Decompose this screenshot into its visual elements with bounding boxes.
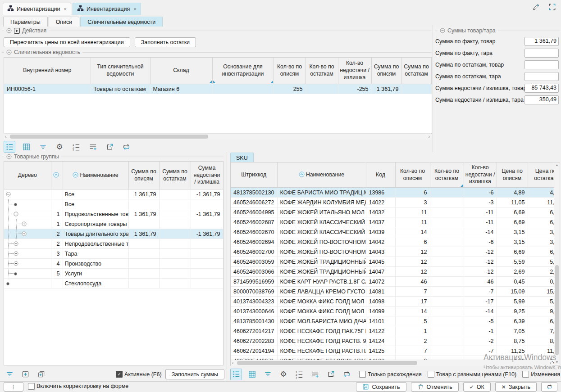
sku-row[interactable]: 4605246002694КОФЕ ЖОКЕЙ ПО-ВОСТОЧНОМУ М1…: [231, 237, 560, 247]
sku-row[interactable]: 4813785001430КОФЕ МОЛ.БАРИСТА МИО Д/ЧАШК…: [231, 316, 560, 326]
totals-field-input[interactable]: 85 743,43: [525, 84, 559, 93]
sku-row[interactable]: 8714599516959КОФЕ КАРТ НУАР РАСТВ.1.8Г C…: [231, 277, 560, 287]
close-tab-icon[interactable]: ×: [64, 6, 67, 12]
table-view-icon[interactable]: [246, 369, 258, 380]
sku-row[interactable]: 4606272014194КОФЕ НЕСКАФЕ ГОЛД РАСТВ.ПАК…: [231, 346, 560, 356]
sku-row[interactable]: 4605246003066КОФЕ ЖОКЕЙ ТРАДИЦИОННЫЙ МО1…: [231, 267, 560, 277]
tree-leaf-icon[interactable]: [6, 281, 10, 287]
statement-hscrollbar[interactable]: ‹ ›: [4, 133, 431, 140]
column-header[interactable]: Наименование: [63, 162, 128, 189]
numbered-list-icon[interactable]: 123: [293, 369, 305, 380]
sku-row[interactable]: 8000070038769КОФЕ ЛАВАЦЦА КРЕМО ГУСТО МО…: [231, 287, 560, 297]
sku-filter-checkbox-2[interactable]: Изменения: [522, 371, 560, 378]
fill-sums-button[interactable]: Заполнить суммы: [165, 369, 224, 379]
settings-icon[interactable]: ⚙: [278, 369, 289, 380]
group-row[interactable]: 1 Продовольственные товары 1 361,79 -1 3…: [4, 209, 223, 219]
column-header[interactable]: Сумма по описям: [128, 162, 159, 189]
sku-row[interactable]: 4813785002130КОФЕ БАРИСТА МИО ТРАДИЦ.МОЛ…: [231, 188, 560, 198]
group-row[interactable]: 1 Скоропортящие товары: [4, 219, 223, 229]
column-header[interactable]: Кол-во недостачи / излишка: [338, 58, 371, 84]
column-header[interactable]: Кол-во недостачи / излишка: [464, 162, 497, 188]
sku-hscrollbar[interactable]: ‹ ›: [231, 360, 552, 366]
column-header[interactable]: Штрихкод: [231, 162, 277, 188]
reload-icon[interactable]: [341, 369, 352, 380]
column-header[interactable]: Сумма по остаткам: [159, 162, 191, 189]
open-external-icon[interactable]: [104, 141, 115, 153]
sku-row[interactable]: 4013743004323КОФЕ МОККА ФИКС ГОЛД МОЛ 25…: [231, 297, 560, 306]
action-button[interactable]: Заполнить остатки: [135, 37, 196, 47]
column-header[interactable]: Основание для инвентаризации: [212, 58, 274, 84]
open-external-icon[interactable]: [325, 369, 337, 380]
group-row[interactable]: Стеклопосуда: [4, 279, 223, 288]
trash-button[interactable]: Отменить: [411, 382, 459, 392]
column-header[interactable]: Кол-во по описям: [395, 162, 430, 188]
settings-icon[interactable]: ⚙: [54, 141, 65, 153]
tree-leaf-icon[interactable]: [14, 271, 18, 277]
group-row[interactable]: 5 Услуги: [4, 269, 223, 279]
close-button[interactable]: ✕ Закрыть: [495, 382, 537, 392]
column-header[interactable]: Наименование: [277, 162, 366, 188]
sku-filter-checkbox-0[interactable]: Только расхождения: [359, 371, 422, 378]
tree-leaf-icon[interactable]: [14, 202, 18, 208]
check-button[interactable]: ✓ ОК: [463, 382, 491, 392]
sku-row[interactable]: 4605246003059КОФЕ ЖОКЕЙ ТРАДИЦИОННЫЙ МО1…: [231, 257, 560, 267]
list-view-icon[interactable]: [230, 369, 242, 380]
panel-splitter[interactable]: [433, 25, 433, 152]
action-button[interactable]: Пересчитать цены по всей инвентаризации: [4, 37, 130, 47]
column-header[interactable]: Внутренний номер: [4, 58, 91, 84]
sku-row[interactable]: 4605246002700КОФЕ ЖОКЕЙ ПО-ВОСТОЧНОМУ М1…: [231, 247, 560, 257]
group-row[interactable]: 4 Производство: [4, 259, 223, 269]
sku-row[interactable]: 4606272014217КОФЕ НЕСКАФЕ ГОЛД ПАК.75Г Р…: [231, 326, 560, 336]
sku-row[interactable]: 4605246006272КОФЕ ЖАРДИН КОЛУМБИЯ МЕДЕЛ.…: [231, 198, 560, 207]
column-header[interactable]: Код: [366, 162, 395, 188]
add-group-icon[interactable]: [35, 369, 47, 380]
group-row[interactable]: Все: [4, 199, 223, 209]
statement-row[interactable]: ИН00056-1Товары по остаткамМагазин 6255-…: [4, 84, 431, 94]
totals-field-input[interactable]: [525, 60, 559, 69]
sku-vscrollbar[interactable]: ▲ ▼: [554, 162, 560, 365]
tree-expand-icon[interactable]: [14, 241, 18, 248]
column-header[interactable]: [51, 162, 63, 189]
group-row[interactable]: 2 Товары длительного хранения 1 361,79 -…: [4, 229, 223, 239]
tree-expand-icon[interactable]: [22, 231, 27, 238]
column-header[interactable]: Кол-во по описям: [274, 58, 306, 84]
list-view-icon[interactable]: [4, 141, 15, 153]
column-header[interactable]: Склад: [150, 58, 212, 84]
enable-correction-checkbox[interactable]: Включить корректировку на форме: [28, 383, 128, 390]
close-tab-icon[interactable]: ×: [133, 6, 136, 12]
column-header[interactable]: Тип сличительной ведомости: [91, 58, 150, 84]
reload-icon[interactable]: [120, 141, 132, 153]
fullscreen-icon[interactable]: [548, 3, 556, 11]
collapse-icon[interactable]: [440, 28, 445, 33]
totals-field-input[interactable]: 350,49: [525, 95, 559, 104]
totals-field-input[interactable]: 1 361,79: [525, 37, 559, 46]
tree-collapse-icon[interactable]: [14, 212, 18, 218]
collapse-icon[interactable]: [6, 28, 12, 33]
tab-sku[interactable]: SKU: [230, 153, 254, 162]
active-f6-checkbox[interactable]: ✓Активные (F6): [116, 371, 162, 378]
group-row[interactable]: 2 Непродовольственные товары: [4, 239, 223, 249]
sku-row[interactable]: 4605246002670КОФЕ ЖОКЕЙ КЛАССИЧЕСКИЙ МО1…: [231, 227, 560, 237]
column-header[interactable]: Сумма по остаткам: [401, 58, 431, 84]
filter-icon[interactable]: [4, 369, 15, 380]
window-tab[interactable]: Инвентаризации ×: [3, 3, 71, 15]
edit-pencil-icon[interactable]: [531, 2, 541, 12]
add-item-icon[interactable]: [19, 369, 31, 380]
tab-Сличительные ведомости[interactable]: Сличительные ведомости: [80, 17, 163, 27]
totals-field-input[interactable]: [525, 72, 559, 81]
collapse-icon[interactable]: [6, 154, 12, 159]
column-header[interactable]: Кол-во по остаткам: [306, 58, 338, 84]
column-header[interactable]: Цена по описям: [497, 162, 528, 188]
refresh-button[interactable]: [541, 382, 557, 392]
totals-field-input[interactable]: [525, 49, 559, 58]
group-row[interactable]: 3 Тара: [4, 249, 223, 259]
sku-row[interactable]: 4605246002687КОФЕ ЖОКЕЙ КЛАССИЧЕСКИЙ МО1…: [231, 217, 560, 227]
column-header[interactable]: Сумма по описям: [371, 58, 401, 84]
window-tab[interactable]: Инвентаризация ×: [73, 3, 141, 15]
numbered-list-icon[interactable]: 123: [70, 141, 82, 153]
tab-Описи[interactable]: Описи: [49, 17, 80, 27]
sku-row[interactable]: 4605246004995КОФЕ ЖОКЕЙ ИТАЛЬЯНО МОЛ 250…: [231, 207, 560, 217]
column-header[interactable]: Сумма недостачи / излишка: [191, 162, 223, 189]
panel-splitter-vertical[interactable]: [227, 152, 227, 380]
column-header[interactable]: Кол-во по остаткам: [430, 162, 464, 188]
